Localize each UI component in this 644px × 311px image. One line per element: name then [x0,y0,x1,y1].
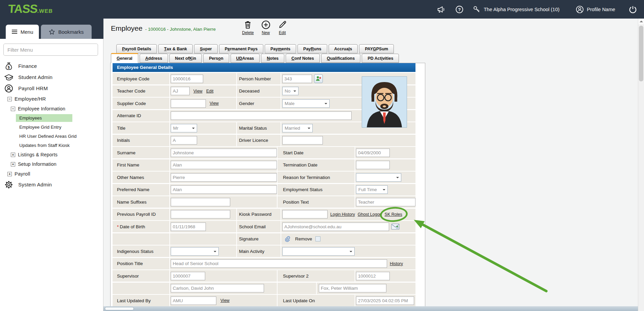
employment-status-select[interactable]: Full Time [356,185,388,194]
tab-pay-runs[interactable]: Pay Runs [297,44,327,53]
edit-button[interactable]: Edit [278,20,287,35]
kiosk-password-input[interactable] [282,210,328,218]
edit-link[interactable]: Edit [206,89,214,94]
expand-icon[interactable]: + [7,172,12,176]
tab-permanent-pays[interactable]: Permanent Pays [219,44,263,53]
sidebar-item-employees[interactable]: Employees [0,113,103,123]
tab-tax-bank[interactable]: Tax & Bank [158,44,193,53]
vertical-scrollbar[interactable] [638,19,644,311]
01-11-1968-input[interactable] [171,223,206,231]
gender-select[interactable]: Male [282,99,330,108]
fox-peter-william-input[interactable] [319,284,386,292]
tab-menu[interactable]: Menu [6,25,39,39]
sidebar-item-payroll[interactable]: +Payroll [0,169,103,179]
vertical-scrollbar-thumb[interactable] [639,26,643,81]
alan-input[interactable] [171,185,277,194]
tab-person[interactable]: Person [203,54,229,63]
paperclip-icon[interactable] [284,236,290,242]
sidebar-item-payroll-hrm[interactable]: Payroll HRM [0,83,103,94]
sidebar-item-employee-information[interactable]: −Employee Information [0,104,103,113]
field-label: Driver Licence [239,138,268,143]
tab-payg-psum[interactable]: PAYG PSum [359,44,394,53]
email-icon[interactable] [391,223,400,230]
sidebar-item-system-admin[interactable]: System Admin [0,179,103,190]
marital-status-select[interactable]: Married [282,124,313,132]
view-link[interactable]: View [220,298,230,303]
ghost-logon-link[interactable]: Ghost Logon [358,212,382,217]
tab-general[interactable]: General [111,53,138,63]
login-history-link[interactable]: Login History [330,212,355,217]
amu-input[interactable] [171,296,216,305]
sidebar-item-hr-user-defined-areas-grid[interactable]: HR User Defined Areas Grid [0,132,103,141]
tab-qualifications[interactable]: Qualifications [321,54,361,63]
sidebar-item-student-admin[interactable]: Student Admin [0,72,103,83]
reason-for-termination-select[interactable] [356,173,401,182]
previous-payroll-id-input[interactable] [171,210,230,218]
filter-menu-input[interactable] [3,44,98,56]
tab-bookmarks[interactable]: Bookmarks [41,25,92,39]
horizontal-scrollbar-thumb[interactable] [105,307,134,310]
sidebar-item-listings-reports[interactable]: +Listings & Reports [0,150,103,159]
view-link[interactable]: View [193,89,202,94]
termination-date-input[interactable] [356,161,390,169]
343-input[interactable] [282,75,312,83]
main-activity-select[interactable] [282,247,355,256]
tab-ud-areas[interactable]: UD Areas [231,54,260,63]
expand-icon[interactable]: + [11,153,15,157]
carlson-david-john-input[interactable] [171,284,264,292]
tab-payroll-details[interactable]: Payroll Details [116,44,157,53]
1000007-input[interactable] [171,272,205,280]
tab-conf-notes[interactable]: Conf Notes [286,54,320,63]
sk-roles-link[interactable]: SK Roles [385,212,402,217]
help-button[interactable]: ? [455,0,463,19]
delete-button[interactable]: Delete [242,20,254,35]
history-link[interactable]: History [390,261,403,266]
sidebar-item-setup-information[interactable]: +Setup Information [0,159,103,169]
aj-input[interactable] [171,87,190,95]
supplier-code-input[interactable] [171,99,206,108]
alan-input[interactable] [171,161,277,169]
sidebar-item-updates-from-staff-kiosk[interactable]: Updates from Staff Kiosk [0,141,103,150]
teacher-input[interactable] [356,198,415,206]
sidebar-item-employee-grid-entry[interactable]: Employee Grid Entry [0,123,103,132]
name-suffixes-input[interactable] [171,198,230,206]
a-input[interactable] [171,136,197,145]
1000016-input[interactable] [171,75,203,83]
ajohnstone-school-edu-au-input[interactable] [282,223,389,231]
indigenous-status-select[interactable] [171,247,219,256]
profile-menu[interactable]: Profile Name [576,0,615,19]
tab-super[interactable]: Super [194,44,217,53]
field-value-cell [170,184,277,196]
head-of-senior-school-input[interactable] [171,259,387,268]
logout-button[interactable] [628,0,637,19]
tab-notes[interactable]: Notes [261,54,284,63]
expand-icon[interactable]: + [11,162,15,166]
tab-address[interactable]: Address [140,54,168,63]
new-button[interactable]: New [261,20,270,35]
horizontal-scrollbar[interactable] [103,306,638,311]
pierre-input[interactable] [171,173,277,182]
johnstone-input[interactable] [171,149,277,157]
alternate-id-input[interactable] [171,111,352,120]
1000012-input[interactable] [356,272,390,280]
collapse-icon[interactable]: − [7,97,12,101]
sidebar-item-finance[interactable]: $Finance [0,60,103,72]
collapse-icon[interactable]: − [11,107,15,111]
sidebar-item-employee-hr[interactable]: −Employee/HR [0,94,103,104]
announcements-button[interactable] [437,0,446,19]
scroll-up-arrow-icon[interactable] [638,19,644,24]
27-03-2025-04-02-05-pm-input[interactable] [356,296,414,305]
signature-checkbox[interactable] [315,236,320,241]
04-09-2000-input[interactable] [356,149,390,157]
tab-payments[interactable]: Payments [265,44,296,53]
title-select[interactable]: Mr [171,124,197,132]
school-selector[interactable]: The Alpha Progressive School (10) [473,0,559,19]
driver-licence-input[interactable] [282,136,323,145]
view-link[interactable]: View [210,101,219,106]
tab-next-of-kin[interactable]: Next of Kin [169,54,202,63]
person-add-icon[interactable] [314,74,323,83]
deceased-select[interactable]: No [282,87,299,95]
tab-accruals[interactable]: Accruals [329,44,358,53]
sidebar-item-label: Finance [18,63,37,69]
tab-pd-activities[interactable]: PD Activities [362,54,399,63]
